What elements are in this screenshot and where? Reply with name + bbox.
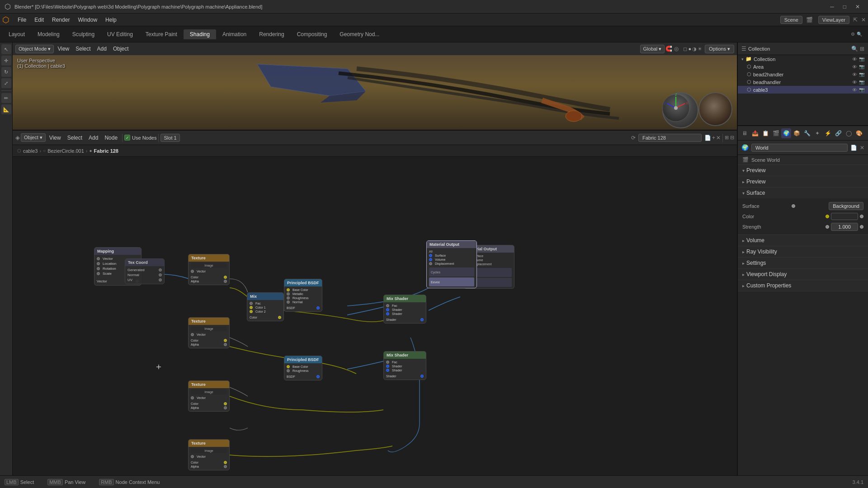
view-layer-selector[interactable]: ViewLayer: [818, 16, 849, 24]
viewport-display-header[interactable]: ▸ Viewport Display: [738, 269, 868, 280]
options-button[interactable]: Options ▾: [705, 45, 734, 53]
outliner-area[interactable]: ⬡ Area 👁 📷: [738, 63, 868, 70]
ne-layout-icon2[interactable]: ⊟: [730, 135, 734, 141]
solid-shading-icon[interactable]: ●: [688, 46, 691, 52]
prop-icon-viewlayer[interactable]: 📋: [760, 128, 770, 138]
tab-sculpting[interactable]: Sculpting: [66, 29, 101, 39]
node-editor[interactable]: ◈ Object ▾ View Select Add Node ✓ Use No…: [13, 131, 737, 475]
tab-rendering[interactable]: Rendering: [253, 29, 290, 39]
prop-icon-object[interactable]: 📦: [792, 128, 802, 138]
expand-icon[interactable]: ⇱: [853, 17, 858, 23]
viewport-mode-dropdown[interactable]: Object Mode ▾: [15, 45, 54, 53]
ne-layout-icon1[interactable]: ⊞: [725, 135, 729, 141]
axis-indicator[interactable]: X Y Z: [660, 92, 692, 124]
tool-select[interactable]: ↖: [1, 44, 11, 54]
tab-geometry-nodes[interactable]: Geometry Nod...: [333, 29, 386, 39]
world-section-header[interactable]: ▾ Preview: [738, 165, 868, 176]
menu-render[interactable]: Render: [48, 16, 73, 24]
bc-fabric[interactable]: Fabric 128: [94, 148, 118, 154]
bsdf-node-1[interactable]: Principled BSDF Base Color Metallic Roug…: [284, 279, 322, 312]
mix-shader-2[interactable]: Mix Shader Fac Shader Shader Shader: [383, 351, 426, 380]
mat-icon3[interactable]: ✕: [716, 135, 721, 141]
tab-uv-editing[interactable]: UV Editing: [101, 29, 139, 39]
world-label-input[interactable]: World: [751, 144, 848, 152]
viewport-select-menu[interactable]: Select: [73, 45, 93, 53]
ne-add-menu[interactable]: Add: [86, 134, 101, 142]
bead2handler-render-icon[interactable]: 📷: [859, 72, 864, 77]
prop-icon-modifier[interactable]: 🔧: [802, 128, 812, 138]
mat-icon2[interactable]: +: [712, 135, 715, 141]
snap-icon[interactable]: 🧲: [665, 46, 672, 52]
prop-icon-scene[interactable]: 🎬: [771, 128, 781, 138]
outliner-search-icon[interactable]: 🔍: [851, 46, 858, 52]
mix-shader-1[interactable]: Mix Shader Fac Shader Shader Shader: [383, 295, 426, 324]
use-nodes-toggle[interactable]: ✓ Use Nodes: [124, 135, 156, 141]
mix-node-1[interactable]: Mix Fac Color 1 Color 2 Color: [247, 292, 284, 321]
tab-modeling[interactable]: Modeling: [31, 29, 66, 39]
material-output-1[interactable]: Material Output All Surface Volume Displ…: [426, 240, 477, 288]
world-close-icon[interactable]: ✕: [860, 145, 864, 151]
color-swatch[interactable]: [831, 213, 858, 220]
tab-compositing[interactable]: Compositing: [291, 29, 334, 39]
bc-cable3[interactable]: cable3: [23, 148, 38, 154]
maximize-button[interactable]: □: [840, 4, 850, 10]
tab-texture-paint[interactable]: Texture Paint: [139, 29, 184, 39]
tool-scale[interactable]: ⤢: [1, 78, 11, 88]
tab-layout[interactable]: Layout: [2, 29, 31, 39]
proportional-icon[interactable]: ◎: [674, 46, 679, 52]
tab-animation[interactable]: Animation: [216, 29, 253, 39]
material-name-input[interactable]: [638, 134, 702, 142]
outliner-bead2handler[interactable]: ⬡ bead2handler 👁 📷: [738, 70, 868, 78]
menu-file[interactable]: File: [14, 16, 30, 24]
menu-help[interactable]: Help: [102, 16, 120, 24]
sync-icon[interactable]: ⟳: [631, 135, 636, 141]
prop-icon-output[interactable]: 📤: [750, 128, 760, 138]
strength-value[interactable]: 1.000: [831, 223, 858, 231]
texture-node-4[interactable]: Texture Image Vector Color Alpha: [188, 439, 230, 470]
tab-shading[interactable]: Shading: [184, 29, 216, 39]
cable3-render-icon[interactable]: 📷: [859, 87, 864, 92]
node-canvas[interactable]: Mapping Vector Location Rotation Scale V…: [13, 157, 737, 475]
viewport-view-menu[interactable]: View: [55, 45, 72, 53]
ray-visibility-header[interactable]: ▸ Ray Visibility: [738, 246, 868, 257]
beadhandler-vis-icon[interactable]: 👁: [852, 80, 857, 85]
outliner-collection[interactable]: ▾ 📁 Collection 👁 📷: [738, 55, 868, 63]
mat-shading-icon[interactable]: ◑: [692, 46, 697, 52]
tool-rotate[interactable]: ↻: [1, 67, 11, 77]
preview-header[interactable]: ▸ Preview: [738, 176, 868, 187]
world-new-icon[interactable]: 📄: [850, 145, 857, 151]
minimize-button[interactable]: ─: [826, 4, 838, 10]
texcoord-node[interactable]: Tex Coord Generated Normal UV: [125, 258, 165, 284]
slot-selector[interactable]: Slot 1: [160, 134, 179, 142]
bead2handler-vis-icon[interactable]: 👁: [852, 72, 857, 77]
menu-window[interactable]: Window: [74, 16, 101, 24]
scene-selector[interactable]: Scene: [780, 16, 802, 24]
texture-node-2[interactable]: Texture Image Vector Color Alpha: [188, 317, 230, 348]
viewport-global-dropdown[interactable]: Global ▾: [640, 45, 665, 53]
outliner-beadhandler[interactable]: ⬡ beadhandler 👁 📷: [738, 78, 868, 86]
texture-node-3[interactable]: Texture Image Vector Color Alpha: [188, 380, 230, 412]
viewport-content[interactable]: User Perspective (1) Collection | cable3: [13, 55, 737, 131]
mat-icon1[interactable]: 📄: [704, 135, 711, 141]
wire-shading-icon[interactable]: ◻: [683, 46, 687, 52]
area-render-icon[interactable]: 📷: [859, 64, 864, 69]
surface-section-header[interactable]: ▾ Surface: [738, 188, 868, 198]
prop-icon-material[interactable]: 🎨: [854, 128, 864, 138]
prop-icon-data[interactable]: ◯: [844, 128, 854, 138]
bc-bezier[interactable]: BezierCircle.001: [47, 148, 84, 154]
prop-icon-world[interactable]: 🌍: [781, 128, 791, 138]
close-button[interactable]: ✕: [852, 4, 863, 10]
bsdf-node-2[interactable]: Principled BSDF Base Color Roughness BSD…: [284, 356, 322, 380]
ne-node-menu[interactable]: Node: [102, 134, 120, 142]
ne-object-dropdown[interactable]: Object ▾: [21, 133, 46, 142]
render-icon[interactable]: 📷: [859, 56, 864, 61]
tool-annotate[interactable]: ✏: [1, 93, 11, 103]
cable3-vis-icon[interactable]: 👁: [852, 87, 857, 93]
outliner-filter-icon[interactable]: ⊞: [860, 46, 864, 52]
menu-edit[interactable]: Edit: [31, 16, 47, 24]
prop-icon-constraints[interactable]: 🔗: [833, 128, 843, 138]
render-shading-icon[interactable]: ☀: [698, 46, 702, 52]
viewport-add-menu[interactable]: Add: [94, 45, 109, 53]
visibility-icon[interactable]: 👁: [852, 56, 857, 62]
viewport-object-menu[interactable]: Object: [110, 45, 132, 53]
